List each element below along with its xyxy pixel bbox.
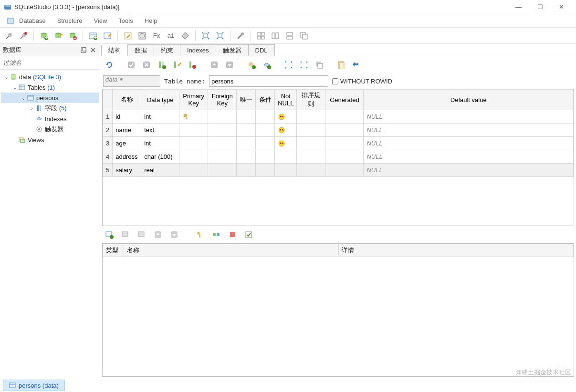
details-header-details[interactable]: 详情 [339,244,574,257]
twisty-icon[interactable]: ⌄ [3,74,10,80]
collapse-icon[interactable] [214,30,226,42]
tree-fields-node[interactable]: › 字段 (5) [1,103,99,113]
tree-triggers-node[interactable]: 触发器 [1,124,99,134]
undock-icon[interactable] [80,46,87,54]
twisty-icon[interactable]: ⌄ [11,85,18,90]
table-name-input[interactable] [209,75,328,87]
expand-icon[interactable] [199,30,212,42]
table-edit-icon[interactable] [101,30,114,42]
cascade-icon[interactable] [298,30,310,42]
maximize-button[interactable]: ☐ [529,0,551,14]
split-h-icon[interactable] [269,30,282,42]
col-header-check[interactable]: 条件 [256,90,275,110]
dock-tab-persons[interactable]: persons (data) [3,380,65,391]
move-constraint-down-icon[interactable] [168,228,180,241]
expand-all-icon[interactable] [283,59,295,71]
menu-structure[interactable]: Structure [52,16,87,26]
twisty-icon[interactable]: ⌄ [20,95,27,101]
col-header-fk[interactable]: Foreign Key [208,90,237,110]
svg-rect-39 [303,34,307,39]
move-up-icon[interactable] [208,59,220,71]
tree-table-persons[interactable]: ⌄ persons [1,93,99,103]
tab-ddl[interactable]: DDL [248,44,275,56]
col-header-type[interactable]: Data type [141,90,179,110]
tile-icon[interactable] [255,30,267,42]
tab-triggers[interactable]: 触发器 [216,44,249,56]
tab-structure[interactable]: 结构 [101,45,128,56]
tree-tables-node[interactable]: ⌄ Tables (1) [1,82,99,93]
svg-rect-1 [4,5,11,7]
tree-db-node[interactable]: ⌄ data (SQLite 3) [1,72,99,82]
menu-help[interactable]: Help [140,16,162,26]
column-row[interactable]: 3ageintNULL [103,137,574,150]
close-button[interactable]: ✕ [551,0,572,14]
move-down-icon[interactable] [223,59,236,71]
tab-data[interactable]: 数据 [127,44,154,56]
tree-indexes-node[interactable]: Indexes [1,113,99,124]
settings-icon[interactable] [234,30,247,42]
twisty-icon[interactable]: › [29,106,35,111]
disconnect-icon[interactable] [17,30,30,42]
unique-constraint-icon[interactable] [226,228,239,241]
fk-constraint-icon[interactable] [210,228,222,241]
col-header-generated[interactable]: Generated [325,90,364,110]
filter-input[interactable] [0,58,100,68]
undo-icon[interactable] [350,59,363,71]
col-header-collate[interactable]: 排序规则 [297,90,325,110]
copy-table-icon[interactable] [313,59,325,71]
col-header-pk[interactable]: Primary Key [179,90,208,110]
constraints-grid[interactable]: 类型 名称 详情 [102,243,574,377]
connect-icon[interactable] [3,30,15,42]
col-header-default[interactable]: Default value [364,90,574,110]
delete-column-icon[interactable] [186,59,199,71]
add-constraint-icon[interactable] [245,59,258,71]
edit-column-icon[interactable] [171,59,183,71]
col-header-notnull[interactable]: Not NULL [275,90,297,110]
script-icon[interactable] [335,59,347,71]
history-icon[interactable] [136,30,148,42]
column-row[interactable]: 4addresschar (100)NULL [103,150,574,164]
column-row[interactable]: 5salaryrealNULL [103,164,574,177]
details-header-name[interactable]: 名称 [124,244,339,257]
pk-constraint-icon[interactable] [194,228,206,241]
add-index-icon[interactable] [261,59,273,71]
col-header-name[interactable]: 名称 [113,90,141,110]
db-tree[interactable]: ⌄ data (SQLite 3) ⌄ Tables (1) ⌄ persons… [0,70,100,379]
menu-database[interactable]: Database [14,16,51,26]
extension-icon[interactable] [179,30,191,42]
table-add-icon[interactable]: + [87,30,99,42]
svg-rect-55 [21,139,25,143]
remove-db-icon[interactable] [66,30,79,42]
edit-table-constraint-icon[interactable] [119,228,132,241]
column-row[interactable]: 1idintNULL [103,110,574,124]
rollback-icon[interactable] [140,59,153,71]
add-table-constraint-icon[interactable] [103,228,115,241]
tab-constraints[interactable]: 约束 [154,44,180,56]
minimize-button[interactable]: — [508,0,529,14]
db-combo[interactable]: data ▾ [103,75,160,87]
sql-edit-icon[interactable] [122,30,134,42]
delete-table-constraint-icon[interactable] [136,228,148,241]
close-panel-icon[interactable] [89,46,97,54]
columns-grid[interactable]: 名称 Data type Primary Key Foreign Key 唯一 … [102,89,574,226]
details-header-type[interactable]: 类型 [103,244,124,257]
collation-icon[interactable]: a1 [165,30,177,42]
column-row[interactable]: 2nametextNULL [103,124,574,137]
check-constraint-icon[interactable] [242,228,255,241]
split-v-icon[interactable] [283,30,296,42]
col-header-unique[interactable]: 唯一 [237,90,256,110]
menu-view[interactable]: View [89,16,112,26]
refresh-icon[interactable] [103,59,115,71]
menu-tools[interactable]: Tools [114,16,137,26]
tree-views-node[interactable]: Views [1,134,99,145]
function-icon[interactable]: Fx [150,30,163,42]
tab-indexes[interactable]: Indexes [180,44,216,56]
add-column-icon[interactable] [156,59,168,71]
structure-toolbar [100,56,576,73]
move-constraint-up-icon[interactable] [152,228,164,241]
edit-db-icon[interactable] [52,30,64,42]
without-rowid-checkbox[interactable]: WITHOUT ROWID [332,78,392,85]
commit-icon[interactable] [125,59,137,71]
collapse-all-icon[interactable] [298,59,310,71]
add-db-icon[interactable]: + [38,30,50,42]
